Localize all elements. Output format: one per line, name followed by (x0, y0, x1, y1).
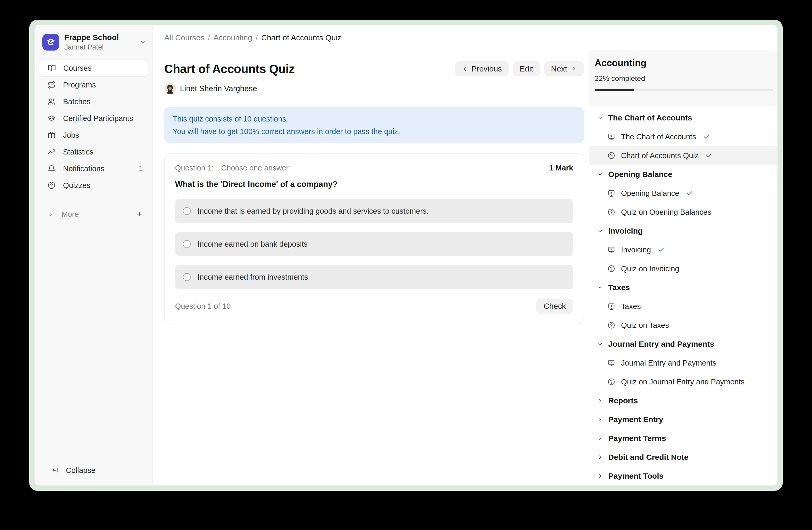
course-outline-list: The Chart of AccountsThe Chart of Accoun… (589, 106, 778, 486)
chevron-down-icon[interactable] (140, 39, 147, 45)
next-button[interactable]: Next (544, 61, 584, 76)
workspace-switcher[interactable]: Frappe School Jannat Patel (34, 25, 153, 58)
next-label: Next (551, 65, 567, 73)
outline-section-header[interactable]: Reports (589, 391, 778, 410)
sidebar-item-notifications[interactable]: Notifications1 (39, 160, 148, 177)
outline-section-header[interactable]: Taxes (589, 278, 778, 297)
outline-section-header[interactable]: Payment Terms (589, 429, 778, 448)
course-completion-label: 22% completed (595, 74, 773, 83)
chevron-down-icon (597, 228, 603, 234)
chevron-right-icon (597, 435, 603, 441)
author-name: Linet Sherin Varghese (180, 84, 257, 93)
sidebar-item-label: Courses (63, 64, 91, 72)
outline-section-header[interactable]: Invoicing (589, 222, 778, 240)
notice-line-1: This quiz consists of 10 questions. (173, 113, 576, 125)
breadcrumb-item-1[interactable]: All Courses (164, 33, 204, 42)
sidebar-item-certified-participants[interactable]: Certified Participants (39, 110, 148, 127)
chevron-down-icon (597, 341, 603, 347)
answer-option[interactable]: Income earned from investments (175, 265, 573, 289)
circle-help-icon (47, 181, 56, 190)
radio-button[interactable] (183, 207, 191, 215)
bell-icon (47, 165, 56, 173)
frappe-school-logo (42, 34, 59, 51)
trending-up-icon (47, 148, 56, 156)
app-window: Frappe School Jannat Patel CoursesProgra… (29, 20, 783, 491)
content-column: All Courses/Accounting/Chart of Accounts… (153, 25, 778, 486)
quiz-icon (607, 378, 615, 386)
outline-item-quiz[interactable]: Chart of Accounts Quiz (589, 146, 778, 165)
users-icon (47, 97, 56, 106)
collapse-sidebar-button[interactable]: Collapse (43, 462, 144, 479)
outline-item-lesson[interactable]: The Chart of Accounts (589, 127, 778, 146)
outline-item-lesson[interactable]: Journal Entry and Payments (589, 353, 778, 372)
title-row: Chart of Accounts Quiz Previous Edit Nex… (164, 61, 584, 76)
route-icon (47, 81, 56, 89)
briefcase-icon (47, 131, 56, 139)
outline-section-label: Payment Tools (608, 472, 663, 480)
breadcrumb-item-3: Chart of Accounts Quiz (261, 33, 342, 42)
sidebar-menu: CoursesProgramsBatchesCertified Particip… (34, 60, 153, 194)
outline-item-lesson[interactable]: Opening Balance (589, 184, 778, 203)
answer-option[interactable]: Income that is earned by providing goods… (175, 199, 573, 223)
graduation-cap-logo-icon (45, 37, 56, 48)
edit-button[interactable]: Edit (513, 61, 540, 76)
outline-item-label: Quiz on Taxes (621, 321, 669, 330)
quiz-toolbar: Previous Edit Next (455, 61, 584, 76)
outline-item-quiz[interactable]: Quiz on Journal Entry and Payments (589, 372, 778, 391)
outline-section-header[interactable]: The Chart of Accounts (589, 108, 778, 127)
sidebar-item-batches[interactable]: Batches (39, 93, 148, 110)
chevron-right-icon (597, 417, 603, 422)
sidebar-item-label: Programs (63, 81, 96, 89)
outline-section-label: Taxes (608, 283, 630, 292)
chevron-down-icon (597, 171, 603, 177)
outline-section-header[interactable]: Opening Balance (589, 165, 778, 184)
breadcrumb-separator: / (256, 33, 258, 42)
sidebar-item-statistics[interactable]: Statistics (39, 143, 148, 160)
sidebar-item-more[interactable]: More (39, 206, 148, 223)
breadcrumb-item-2[interactable]: Accounting (214, 33, 252, 42)
outline-section-header[interactable]: Payment Entry (589, 410, 778, 429)
outline-section-header[interactable]: Payment Tools (589, 466, 778, 486)
previous-label: Previous (472, 65, 502, 73)
outline-item-quiz[interactable]: Quiz on Opening Balances (589, 203, 778, 222)
sidebar-item-courses[interactable]: Courses (39, 60, 148, 76)
outline-item-label: Quiz on Invoicing (621, 264, 679, 273)
question-instruction: Choose one answer (221, 164, 289, 172)
answer-option[interactable]: Income earned on bank deposits (175, 232, 573, 256)
brand-title: Frappe School (64, 33, 119, 42)
outline-item-quiz[interactable]: Quiz on Invoicing (589, 259, 778, 278)
outline-section-label: Journal Entry and Payments (608, 340, 714, 349)
breadcrumb-separator: / (208, 33, 210, 42)
chevron-right-icon (597, 454, 603, 460)
sidebar-item-quizzes[interactable]: Quizzes (39, 177, 148, 194)
quiz-icon (607, 265, 615, 273)
outline-item-lesson[interactable]: Taxes (589, 297, 778, 316)
brand-text: Frappe School Jannat Patel (64, 33, 119, 51)
check-button[interactable]: Check (536, 298, 573, 314)
outline-section-label: Debit and Credit Note (608, 453, 688, 462)
question-marks: 1 Mark (549, 164, 573, 172)
outline-section-label: Payment Entry (608, 415, 663, 424)
radio-button[interactable] (183, 273, 191, 281)
outline-item-label: Quiz on Opening Balances (621, 208, 711, 217)
course-progress-fill (595, 89, 634, 91)
sidebar-item-label: Batches (63, 97, 90, 106)
outline-item-lesson[interactable]: Invoicing (589, 240, 778, 259)
lesson-icon (607, 246, 615, 254)
sidebar-item-label: Certified Participants (63, 114, 133, 123)
outline-section-header[interactable]: Journal Entry and Payments (589, 335, 778, 353)
radio-button[interactable] (183, 240, 191, 248)
answer-option-label: Income earned from investments (198, 273, 308, 281)
outline-section-header[interactable]: Debit and Credit Note (589, 448, 778, 466)
completed-check-icon (703, 133, 710, 140)
quiz-card: Question 1: Choose one answer 1 Mark Wha… (164, 153, 584, 323)
sidebar-item-jobs[interactable]: Jobs (39, 127, 148, 143)
sidebar-item-programs[interactable]: Programs (39, 76, 148, 93)
main-content: Chart of Accounts Quiz Previous Edit Nex… (153, 50, 589, 486)
sidebar-more-section: More (34, 196, 153, 223)
plus-icon[interactable] (136, 211, 143, 218)
outline-section-label: The Chart of Accounts (608, 113, 692, 122)
outline-item-quiz[interactable]: Quiz on Taxes (589, 316, 778, 335)
answer-option-label: Income that is earned by providing goods… (198, 207, 429, 215)
previous-button[interactable]: Previous (455, 61, 509, 76)
